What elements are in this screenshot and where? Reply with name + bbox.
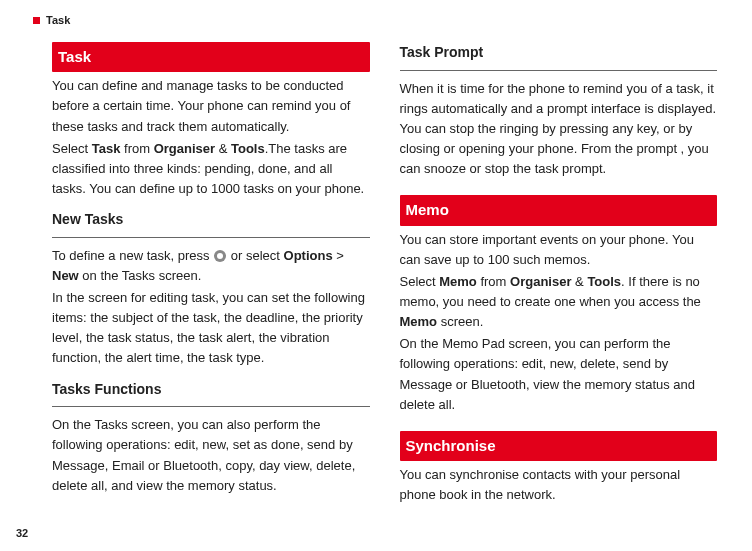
rule bbox=[52, 406, 370, 407]
task-label: Task bbox=[92, 141, 121, 156]
tools-label: Tools bbox=[231, 141, 265, 156]
subheading-task-functions: Tasks Functions bbox=[52, 379, 370, 401]
txt: Select bbox=[400, 274, 440, 289]
rule bbox=[52, 237, 370, 238]
prompt-text: When it is time for the phone to remind … bbox=[400, 79, 718, 180]
subheading-task-prompt: Task Prompt bbox=[400, 42, 718, 64]
memo-screen-label: Memo bbox=[400, 314, 438, 329]
marker-square-icon bbox=[33, 17, 40, 24]
memo-intro: You can store important events on your p… bbox=[400, 230, 718, 270]
rule bbox=[400, 70, 718, 71]
new-task-line: To define a new task, press or select Op… bbox=[52, 246, 370, 286]
txt: screen. bbox=[437, 314, 483, 329]
edit-items-text: In the screen for editing task, you can … bbox=[52, 288, 370, 369]
organiser-label: Organiser bbox=[154, 141, 215, 156]
organiser-label: Organiser bbox=[510, 274, 571, 289]
right-column: Task Prompt When it is time for the phon… bbox=[400, 42, 718, 507]
txt: or select bbox=[227, 248, 283, 263]
new-label: New bbox=[52, 268, 79, 283]
options-label: Options bbox=[284, 248, 333, 263]
header-marker-text: Task bbox=[46, 14, 70, 26]
content-columns: Task You can define and manage tasks to … bbox=[52, 42, 717, 507]
txt: & bbox=[215, 141, 231, 156]
memo-ops-text: On the Memo Pad screen, you can perform … bbox=[400, 334, 718, 415]
txt: on the Tasks screen. bbox=[79, 268, 202, 283]
txt: from bbox=[120, 141, 153, 156]
section-header-synchronise: Synchronise bbox=[400, 431, 718, 461]
left-column: Task You can define and manage tasks to … bbox=[52, 42, 370, 507]
memo-select-line: Select Memo from Organiser & Tools. If t… bbox=[400, 272, 718, 332]
tools-label: Tools bbox=[587, 274, 621, 289]
txt: > bbox=[333, 248, 344, 263]
functions-text: On the Tasks screen, you can also perfor… bbox=[52, 415, 370, 496]
txt: from bbox=[477, 274, 510, 289]
txt: To define a new task, press bbox=[52, 248, 213, 263]
task-intro: You can define and manage tasks to be co… bbox=[52, 76, 370, 136]
section-header-task: Task bbox=[52, 42, 370, 72]
txt: Select bbox=[52, 141, 92, 156]
memo-label: Memo bbox=[439, 274, 477, 289]
sync-text: You can synchronise contacts with your p… bbox=[400, 465, 718, 505]
section-header-memo: Memo bbox=[400, 195, 718, 225]
page-number: 32 bbox=[16, 527, 28, 539]
subheading-new-tasks: New Tasks bbox=[52, 209, 370, 231]
header-marker: Task bbox=[33, 14, 70, 26]
press-button-icon bbox=[214, 250, 226, 262]
task-select-line: Select Task from Organiser & Tools.The t… bbox=[52, 139, 370, 199]
txt: & bbox=[571, 274, 587, 289]
